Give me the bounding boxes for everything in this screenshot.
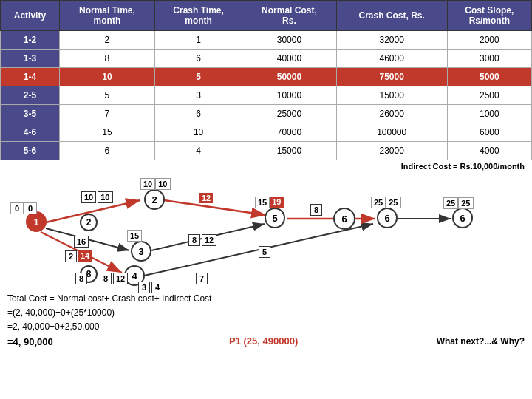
cell-normal_cost: 30000: [242, 31, 337, 50]
bottom-section: Indirect Cost = Rs.10,000/month: [0, 160, 532, 352]
cell-normal_time: 5: [59, 86, 154, 105]
node-5: 5: [265, 208, 285, 228]
cell-activity: 3-5: [1, 105, 60, 123]
cell-crash_cost: 75000: [336, 68, 447, 86]
cell-activity: 1-4: [1, 68, 60, 86]
cell-crash_cost: 26000: [336, 105, 447, 123]
node1-labels: 0 0: [10, 202, 37, 214]
cell-normal_time: 6: [59, 142, 154, 160]
bottom-34-label: 3 4: [138, 282, 163, 293]
col-header-normal-time: Normal Time,month: [59, 1, 154, 31]
cell-crash_cost: 15000: [336, 86, 447, 105]
col-header-cost-slope: Cost Slope,Rs/month: [447, 1, 531, 31]
what-next-label: What next?...& Why?: [437, 336, 525, 347]
cell-normal_time: 15: [59, 123, 154, 142]
table-body: 1-221300003200020001-386400004600030001-…: [1, 31, 532, 160]
cell-activity: 5-6: [1, 142, 60, 160]
cell-cost_slope: 1000: [447, 105, 531, 123]
path-node-2: 2: [80, 214, 98, 231]
cell-crash_cost: 23000: [336, 142, 447, 160]
edge-14-label: 2 14: [65, 250, 92, 262]
col-header-normal-cost: Normal Cost,Rs.: [242, 1, 337, 31]
node-6-mid: 6: [334, 208, 355, 229]
node-6-right: 6: [452, 208, 473, 228]
node-3: 3: [131, 241, 151, 262]
cell-crash_time: 1: [155, 31, 242, 50]
cell-normal_time: 2: [59, 31, 154, 50]
cell-normal_cost: 40000: [242, 50, 337, 68]
cell-crash_time: 3: [155, 86, 242, 105]
cell-cost_slope: 6000: [447, 123, 531, 142]
node6-right-labels: 25 25: [443, 197, 474, 209]
node3-labels: 15: [127, 230, 142, 242]
edge-lower-label: 8 12: [100, 273, 128, 284]
activity-table: Activity Normal Time,month Crash Time,mo…: [0, 0, 532, 160]
node-2: 2: [144, 189, 165, 210]
edge-13-label: 16: [74, 236, 89, 248]
table-row: 1-38640000460003000: [1, 50, 532, 68]
total-cost-line2: =(2, 40,000)+0+(25*10000): [7, 306, 525, 320]
svg-line-5: [164, 200, 266, 215]
cell-activity: 1-2: [1, 31, 60, 50]
cell-crash_cost: 32000: [336, 31, 447, 50]
edge-46-label: 5: [259, 246, 270, 258]
table-row: 5-66415000230004000: [1, 142, 532, 160]
cell-activity: 2-5: [1, 86, 60, 105]
cell-cost_slope: 2500: [447, 86, 531, 105]
cell-normal_cost: 15000: [242, 142, 337, 160]
table-row: 3-57625000260001000: [1, 105, 532, 123]
cell-crash_time: 5: [155, 68, 242, 86]
cell-normal_time: 8: [59, 50, 154, 68]
cell-crash_time: 10: [155, 123, 242, 142]
table-row: 1-410550000750005000: [1, 68, 532, 86]
total-cost-line3: =2, 40,000+0+2,50,000: [7, 320, 525, 334]
cell-crash_time: 6: [155, 105, 242, 123]
cell-crash_time: 6: [155, 50, 242, 68]
col-header-crash-time: Crash Time,month: [155, 1, 242, 31]
node5-labels: 15 19: [255, 197, 284, 208]
cell-crash_time: 4: [155, 142, 242, 160]
cell-normal_cost: 50000: [242, 68, 337, 86]
cell-crash_cost: 46000: [336, 50, 447, 68]
cell-normal_cost: 70000: [242, 123, 337, 142]
cell-cost_slope: 3000: [447, 50, 531, 68]
col-header-crash-cost: Crash Cost, Rs.: [336, 1, 447, 31]
table-row: 4-61510700001000006000: [1, 123, 532, 142]
cell-normal_cost: 10000: [242, 86, 337, 105]
network-diagram: 1 0 0 2 10 10 3 15 4 2 14 5 15 19: [0, 163, 532, 289]
cell-activity: 1-3: [1, 50, 60, 68]
edge-56-label: 8: [310, 204, 322, 216]
node8-label: 8: [75, 273, 87, 284]
node2-labels: 10 10: [140, 178, 171, 190]
cell-normal_cost: 25000: [242, 105, 337, 123]
cell-cost_slope: 5000: [447, 68, 531, 86]
edge-25-label: 12: [200, 193, 213, 203]
p1-label: P1 (25, 490000): [229, 335, 298, 347]
total-cost-line1: Total Cost = Normal cost+ Crash cost+ In…: [7, 292, 525, 306]
cell-activity: 4-6: [1, 123, 60, 142]
node6-labels: 25 25: [371, 197, 401, 208]
edge-35-label: 8 12: [188, 234, 216, 246]
cell-normal_time: 10: [59, 68, 154, 86]
table-row: 2-55310000150002500: [1, 86, 532, 105]
col-header-activity: Activity: [1, 1, 60, 31]
edge-lower-7: 7: [196, 273, 208, 284]
cell-cost_slope: 2000: [447, 31, 531, 50]
cell-normal_time: 7: [59, 105, 154, 123]
node-1: 1: [26, 211, 47, 232]
edge-12-label: 10 10: [81, 191, 113, 203]
cell-cost_slope: 4000: [447, 142, 531, 160]
cell-crash_cost: 100000: [336, 123, 447, 142]
table-row: 1-22130000320002000: [1, 31, 532, 50]
node-6: 6: [377, 208, 398, 228]
